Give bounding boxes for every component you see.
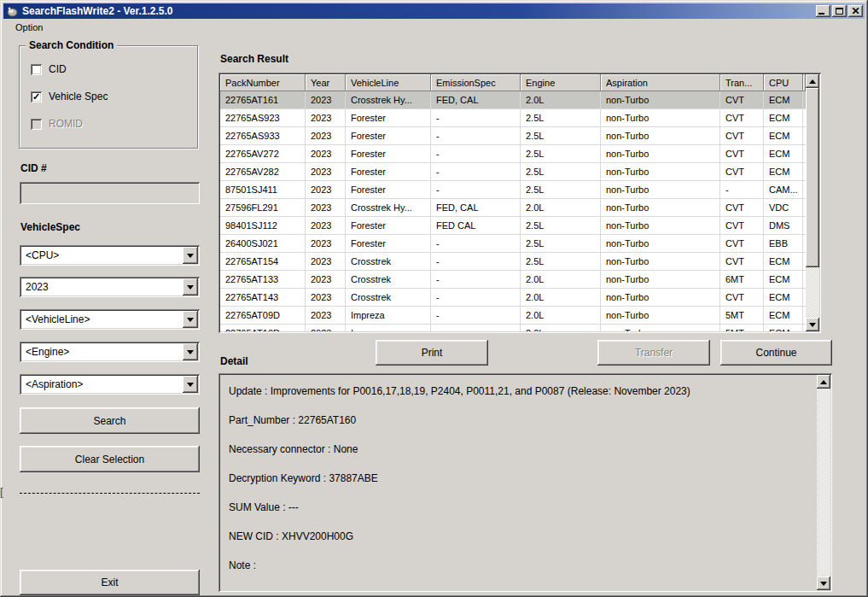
detail-scroll-down-button[interactable] (817, 577, 830, 590)
detail-line: Necessary connector : None (229, 441, 812, 459)
table-row[interactable]: 22765AV2822023Forester-2.5Lnon-TurboCVTE… (220, 163, 806, 181)
checkbox-box[interactable] (31, 64, 42, 75)
aspiration-dropdown[interactable]: <Aspiration> (20, 374, 200, 395)
engine-dropdown[interactable]: <Engine> (20, 342, 200, 362)
app-window: SearchFlashWrite2 - Ver.1.2.5.0 ✕ Option… (0, 0, 868, 597)
table-row[interactable]: 26400SJ0212023Forester-2.5Lnon-TurboCVTE… (220, 235, 806, 253)
search-button[interactable]: Search (20, 407, 200, 434)
transfer-button: Transfer (597, 340, 710, 366)
table-cell: 22765AT09D (220, 307, 306, 325)
checkbox-cid[interactable]: CID (31, 62, 197, 76)
clear-selection-button[interactable]: Clear Selection (20, 446, 200, 472)
table-cell: CVT (720, 91, 764, 109)
table-cell: non-Turbo (601, 91, 720, 109)
column-header-engine[interactable]: Engine (521, 74, 601, 91)
table-cell: ECM (764, 307, 803, 325)
cid-number-input[interactable] (20, 182, 200, 204)
table-cell: 2.0L (521, 199, 601, 217)
minimize-button[interactable] (816, 5, 830, 17)
table-row[interactable]: 22765AV2722023Forester-2.5Lnon-TurboCVTE… (220, 145, 806, 163)
table-cell: 2.5L (521, 109, 601, 127)
table-row[interactable]: 22765AT1432023Crosstrek-2.0Lnon-TurboCVT… (220, 289, 806, 307)
scrollbar-thumb[interactable] (806, 88, 819, 267)
column-header-cpu[interactable]: CPU (764, 74, 803, 91)
print-button[interactable]: Print (376, 340, 488, 366)
table-row[interactable]: 87501SJ4112023Forester-2.5Lnon-Turbo-CAM… (220, 181, 806, 199)
table-cell: 22765AT161 (220, 91, 306, 109)
table-cell: ECM (764, 253, 803, 271)
table-cell: 26400SJ021 (220, 235, 306, 253)
column-header-vehicleline[interactable]: VehicleLine (346, 74, 431, 91)
checkbox-vehicle-spec[interactable]: ✓Vehicle Spec (31, 90, 197, 103)
table-cell: 22765AT143 (220, 289, 306, 307)
table-cell: ECM (764, 91, 803, 109)
continue-button[interactable]: Continue (720, 340, 832, 366)
detail-scroll-up-button[interactable] (817, 375, 830, 389)
table-row[interactable]: 22765AT1542023Crosstrek-2.5Lnon-TurboCVT… (220, 253, 806, 271)
dropdown-arrow-button[interactable] (183, 311, 198, 328)
detail-line: Decryption Keyword : 37887ABE (229, 470, 812, 488)
table-cell: Crosstrek Hy... (346, 91, 431, 109)
table-cell: EBB (764, 235, 803, 253)
table-cell: 6MT (720, 271, 764, 289)
table-cell: 2023 (306, 109, 346, 127)
table-row[interactable]: 22765AT10D2023Impreza-2.0Lnon-Turbo5MTEC… (220, 325, 806, 331)
table-cell: VDC (764, 199, 803, 217)
detail-text: Update : Improvements for P0016,17,18,19… (220, 375, 815, 590)
table-cell: 27596FL291 (220, 199, 306, 217)
table-cell: - (431, 253, 521, 271)
checkbox-romid: ROMID (31, 117, 197, 131)
cpu-dropdown[interactable]: <CPU> (20, 245, 200, 266)
table-cell: 22765AT154 (220, 253, 306, 271)
table-cell: Forester (346, 235, 431, 253)
column-header-emissionspec[interactable]: EmissionSpec (431, 74, 521, 91)
table-row[interactable]: 22765AT1332023Crosstrek-2.0Lnon-Turbo6MT… (220, 271, 806, 289)
dropdown-arrow-button[interactable] (183, 278, 198, 296)
table-cell: Impreza (346, 325, 431, 331)
table-cell: non-Turbo (601, 307, 720, 325)
scroll-down-button[interactable] (806, 318, 819, 331)
table-cell: CVT (720, 289, 764, 307)
column-header-aspiration[interactable]: Aspiration (601, 74, 720, 91)
menu-option[interactable]: Option (10, 20, 48, 32)
table-cell: non-Turbo (601, 289, 720, 307)
table-cell: 2023 (306, 127, 346, 145)
table-row[interactable]: 22765AS9232023Forester-2.5Lnon-TurboCVTE… (220, 109, 806, 127)
dropdown-arrow-button[interactable] (183, 376, 198, 393)
scroll-up-button[interactable] (806, 74, 819, 88)
stray-artifact: [ (0, 485, 3, 498)
vehicleline-dropdown[interactable]: <VehicleLine> (20, 309, 200, 330)
checkbox-box[interactable]: ✓ (31, 91, 42, 102)
table-cell: CAM... (764, 181, 803, 199)
table-cell: - (431, 307, 521, 325)
dropdown-arrow-button[interactable] (183, 247, 198, 264)
table-cell: 2023 (306, 289, 346, 307)
detail-line: NEW CID : XHVV200H00G (229, 528, 812, 546)
table-scrollbar[interactable] (806, 74, 819, 331)
table-cell: non-Turbo (601, 235, 720, 253)
table-row[interactable]: 27596FL2912023Crosstrek Hy...FED, CAL2.0… (220, 199, 806, 217)
dropdown-arrow-button[interactable] (183, 343, 198, 360)
detail-scrollbar[interactable] (817, 375, 830, 590)
table-cell: 22765AT10D (220, 325, 306, 331)
table-cell: 98401SJ112 (220, 217, 306, 235)
column-header-year[interactable]: Year (306, 74, 346, 91)
table-cell: - (720, 181, 764, 199)
exit-button[interactable]: Exit (20, 570, 200, 595)
table-cell: Impreza (346, 307, 431, 325)
table-cell: 2.5L (521, 181, 601, 199)
column-header-tran[interactable]: Tran... (720, 74, 764, 91)
table-cell: ECM (764, 271, 803, 289)
year-dropdown[interactable]: 2023 (20, 277, 200, 297)
table-cell: non-Turbo (601, 145, 720, 163)
table-cell: - (431, 109, 521, 127)
table-row[interactable]: 98401SJ1122023ForesterFED CAL2.5Lnon-Tur… (220, 217, 806, 235)
table-row[interactable]: 22765AT1612023Crosstrek Hy...FED, CAL2.0… (220, 91, 806, 109)
detail-line: SUM Value : --- (229, 499, 812, 517)
table-row[interactable]: 22765AT09D2023Impreza-2.0Lnon-Turbo5MTEC… (220, 307, 806, 325)
table-cell: non-Turbo (601, 271, 720, 289)
table-row[interactable]: 22765AS9332023Forester-2.5Lnon-TurboCVTE… (220, 127, 806, 145)
column-header-packnumber[interactable]: PackNumber (220, 74, 306, 91)
close-button[interactable]: ✕ (848, 5, 863, 17)
maximize-button[interactable] (832, 5, 847, 17)
